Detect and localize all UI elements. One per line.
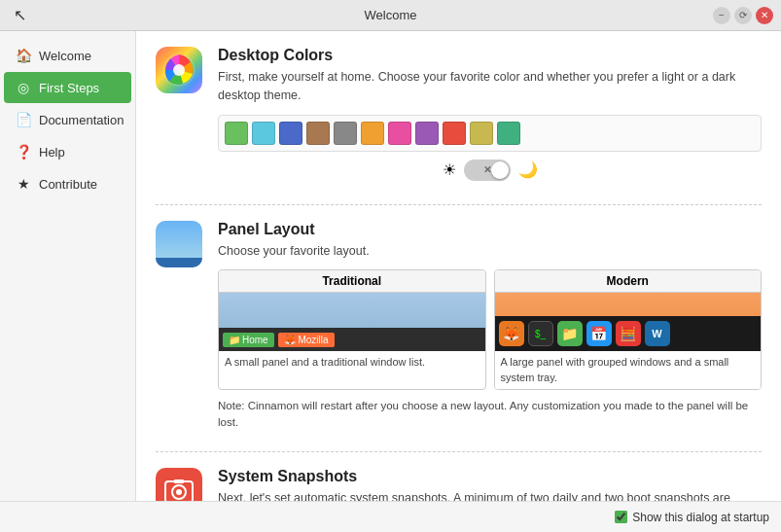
modern-caption: A large panel with grouped windows and a… (495, 351, 762, 389)
color-swatch-red[interactable] (443, 122, 466, 145)
divider-2 (156, 451, 762, 452)
svg-point-1 (173, 64, 185, 76)
sidebar: 🏠 Welcome ◎ First Steps 📄 Documentation … (0, 31, 136, 501)
color-swatch-purple[interactable] (415, 122, 439, 145)
main-layout: 🏠 Welcome ◎ First Steps 📄 Documentation … (0, 31, 781, 501)
system-snapshots-title: System Snapshots (218, 468, 762, 485)
color-swatch-yellow[interactable] (470, 122, 493, 145)
trad-folder-icon: 📁 Home (223, 333, 274, 347)
titlebar: ↖ Welcome − ⟳ ✕ (0, 0, 781, 31)
color-swatch-gray[interactable] (334, 122, 357, 145)
theme-toggle-row: ☀ ✕ 🌙 (218, 160, 762, 181)
traditional-title: Traditional (219, 270, 485, 293)
svg-point-4 (176, 489, 182, 495)
snapshot-svg (161, 474, 196, 501)
panel-icon-bar (156, 258, 202, 267)
documentation-icon: 📄 (16, 112, 31, 127)
trad-window-item: 🦊 Mozilla (278, 333, 335, 347)
trad-folder-label: Home (242, 335, 268, 345)
panel-layout-icon (156, 221, 202, 267)
color-swatch-pink[interactable] (388, 122, 411, 145)
sidebar-item-help[interactable]: ❓ Help (4, 136, 131, 167)
color-swatch-orange[interactable] (361, 122, 384, 145)
modern-title: Modern (495, 270, 762, 293)
panel-icon-inner (156, 221, 202, 267)
startup-checkbox[interactable] (615, 511, 627, 523)
window-title: Welcome (365, 8, 417, 22)
restore-button[interactable]: ⟳ (734, 7, 752, 24)
traditional-panel-option[interactable]: Traditional 📁 Home 🦊 Mozilla (218, 269, 486, 390)
color-swatch-cyan[interactable] (252, 122, 275, 145)
close-button[interactable]: ✕ (756, 7, 773, 24)
panel-layout-title: Panel Layout (218, 221, 762, 238)
system-snapshots-content: System Snapshots Next, let's set automat… (218, 468, 762, 501)
modern-firefox-icon: 🦊 (499, 321, 524, 346)
minimize-button[interactable]: − (713, 7, 730, 24)
desktop-colors-icon (156, 47, 202, 93)
startup-label: Show this dialog at startup (632, 511, 769, 524)
panel-note: Note: Cinnamon will restart after you ch… (218, 398, 762, 432)
divider-1 (156, 204, 762, 205)
folder-icon: 📁 (229, 335, 240, 345)
panel-layout-content: Panel Layout Choose your favorite layout… (218, 221, 762, 432)
modern-files-icon: 📁 (557, 321, 583, 346)
home-icon: 🏠 (16, 48, 31, 63)
toggle-knob (491, 161, 509, 179)
contribute-icon: ★ (16, 176, 31, 192)
system-snapshots-desc: Next, let's set automatic system snapsho… (218, 489, 762, 501)
window-controls: − ⟳ ✕ (713, 7, 773, 24)
sidebar-item-label: Welcome (39, 49, 91, 63)
color-swatch-green[interactable] (225, 122, 248, 145)
trad-window-label: Mozilla (298, 335, 328, 345)
sidebar-item-label: First Steps (39, 81, 99, 95)
panel-layout-desc: Choose your favorite layout. (218, 242, 762, 261)
desktop-colors-section: Desktop Colors First, make yourself at h… (156, 47, 762, 185)
bottom-bar: Show this dialog at startup (0, 501, 781, 532)
panel-layout-section: Panel Layout Choose your favorite layout… (156, 221, 762, 432)
sidebar-item-contribute[interactable]: ★ Contribute (4, 168, 131, 199)
modern-taskbar: 🦊 $_ 📁 📅 🧮 W (495, 316, 762, 351)
help-icon: ❓ (16, 144, 31, 160)
sidebar-item-welcome[interactable]: 🏠 Welcome (4, 40, 131, 71)
color-swatches-row (218, 115, 762, 152)
color-swatch-teal[interactable] (497, 122, 520, 145)
sidebar-item-documentation[interactable]: 📄 Documentation (4, 104, 131, 135)
theme-toggle-switch[interactable]: ✕ (464, 160, 511, 181)
desktop-colors-title: Desktop Colors (218, 47, 762, 64)
firefox-small-icon: 🦊 (284, 335, 296, 345)
content-area: Desktop Colors First, make yourself at h… (136, 31, 781, 501)
traditional-preview: 📁 Home 🦊 Mozilla (219, 293, 485, 351)
toggle-x-label: ✕ (483, 164, 491, 175)
color-wheel-svg (161, 53, 196, 88)
sidebar-item-label: Help (39, 145, 65, 160)
dark-theme-icon: 🌙 (518, 160, 538, 179)
modern-calendar-icon: 📅 (586, 321, 612, 346)
modern-preview: 🦊 $_ 📁 📅 🧮 W (495, 293, 762, 351)
first-steps-icon: ◎ (16, 80, 31, 95)
sidebar-item-label: Contribute (39, 177, 97, 192)
modern-libre-icon: W (645, 321, 670, 346)
modern-calc-icon: 🧮 (616, 321, 641, 346)
traditional-taskbar: 📁 Home 🦊 Mozilla (219, 328, 485, 351)
panel-layouts-row: Traditional 📁 Home 🦊 Mozilla (218, 269, 762, 390)
modern-panel-option[interactable]: Modern 🦊 $_ 📁 📅 🧮 W A large pane (494, 269, 763, 390)
svg-rect-5 (174, 479, 184, 483)
snapshot-icon (156, 468, 202, 501)
desktop-colors-content: Desktop Colors First, make yourself at h… (218, 47, 762, 185)
sidebar-item-first-steps[interactable]: ◎ First Steps (4, 72, 131, 103)
sidebar-item-label: Documentation (39, 113, 124, 127)
color-swatch-brown[interactable] (306, 122, 330, 145)
cursor-icon: ↖ (14, 6, 26, 24)
modern-terminal-icon: $_ (528, 321, 553, 346)
desktop-colors-desc: First, make yourself at home. Choose you… (218, 68, 762, 105)
light-theme-icon: ☀ (443, 160, 456, 179)
traditional-caption: A small panel and a traditional window l… (219, 351, 485, 386)
color-swatch-blue[interactable] (279, 122, 302, 145)
startup-check: Show this dialog at startup (615, 511, 769, 524)
system-snapshots-section: System Snapshots Next, let's set automat… (156, 468, 762, 501)
